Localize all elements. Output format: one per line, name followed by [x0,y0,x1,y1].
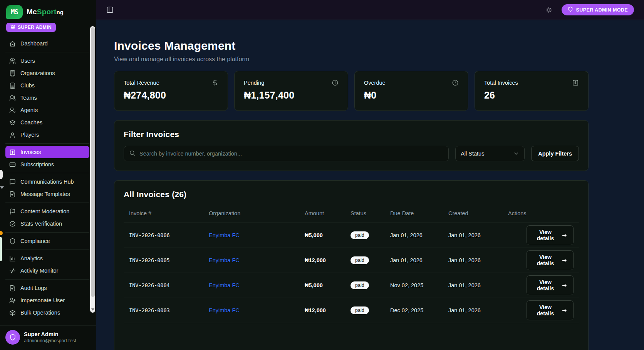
status-filter-select[interactable]: All Status [455,146,525,161]
user-icon [9,132,16,138]
receipt-icon [572,79,579,86]
graduation-cap-icon [9,119,16,126]
sidebar-item-subscriptions[interactable]: Subscriptions [5,158,89,171]
sidebar: MS McSportng SUPER ADMIN DashboardUsersO… [0,0,96,350]
sidebar-item-message-templates[interactable]: Message Templates [5,188,89,200]
edge-artifact-panel [0,170,3,179]
chevron-down-icon [513,151,519,157]
theme-toggle-button[interactable] [545,7,552,13]
stat-label: Total Revenue [124,80,159,86]
sidebar-item-organizations[interactable]: Organizations [5,67,89,79]
credit-card-icon [9,161,16,168]
sidebar-item-label: Activity Monitor [20,268,58,274]
sidebar-item-dashboard[interactable]: Dashboard [5,37,89,50]
sidebar-toggle-button[interactable] [106,6,114,13]
column-header-status: Status [351,210,390,216]
sidebar-user[interactable]: Super Admin adminuno@mcsport.test [0,325,96,350]
sidebar-item-label: Organizations [20,70,55,76]
view-details-button[interactable]: View details [527,250,574,270]
search-icon [129,150,136,156]
status-badge: paid [351,281,369,289]
flag-icon [9,208,16,215]
sidebar-item-clubs[interactable]: Clubs [5,79,89,92]
sidebar-item-teams[interactable]: Teams [5,92,89,104]
invoice-row: INV-2026-0006Enyimba FC₦5,000paidJan 01,… [124,223,579,248]
sidebar-item-agents[interactable]: Agents [5,104,89,116]
invoice-row: INV-2026-0003Enyimba FC₦12,000paidDec 02… [124,298,579,323]
sidebar-item-coaches[interactable]: Coaches [5,116,89,129]
file-search-icon [9,285,16,291]
edge-artifact-mint-block [0,237,2,261]
sidebar-item-players[interactable]: Players [5,129,89,141]
organization-link[interactable]: Enyimba FC [209,282,240,288]
column-header-invoice: Invoice # [129,210,209,216]
stat-card-overdue: Overdue₦0 [354,71,468,111]
filter-panel-title: Filter Invoices [124,130,579,139]
stat-card-total-revenue: Total Revenue₦274,800 [114,71,228,111]
invoices-table-header: Invoice #OrganizationAmountStatusDue Dat… [124,204,579,223]
sidebar-item-label: Dashboard [20,40,48,47]
sidebar-scrollbar-thumb[interactable] [91,27,95,297]
chevron-down-icon-wrap [513,151,519,157]
building-icon [9,70,16,77]
view-details-button[interactable]: View details [527,300,574,320]
message-square-icon [9,179,16,185]
sidebar-item-label: Analytics [20,255,43,261]
stat-value: 26 [484,90,579,101]
stat-card-total-invoices: Total Invoices26 [475,71,589,111]
invoice-number: INV-2026-0006 [129,232,209,238]
sidebar-scrollbar[interactable] [90,26,95,313]
sidebar-item-label: Players [20,132,39,138]
organization-link[interactable]: Enyimba FC [209,257,240,263]
invoice-due-date: Dec 02, 2025 [390,307,448,313]
sidebar-item-label: Coaches [20,119,42,126]
sidebar-item-compliance[interactable]: Compliance [5,235,89,247]
home-icon [9,40,16,47]
invoice-due-date: Jan 01, 2026 [390,257,448,263]
sidebar-header: MS McSportng SUPER ADMIN [0,0,96,34]
sidebar-divider [5,203,89,203]
sidebar-item-impersonate-user[interactable]: Impersonate User [5,294,89,306]
status-badge: paid [351,231,369,239]
invoices-panel-title: All Invoices (26) [124,190,579,199]
sidebar-item-bulk-operations[interactable]: Bulk Operations [5,306,89,319]
invoice-due-date: Nov 02, 2025 [390,282,448,288]
topbar-right: SUPER ADMIN MODE [545,4,634,15]
organization-link[interactable]: Enyimba FC [209,307,240,313]
content-scroll-area: Invoices Management View and manage all … [96,20,644,350]
view-details-button[interactable]: View details [527,225,574,245]
sidebar-item-analytics[interactable]: Analytics [5,252,89,265]
arrow-right-icon [562,258,567,263]
user-plus-icon [9,297,16,304]
sidebar-item-stats-verification[interactable]: Stats Verification [5,218,89,230]
organization-link[interactable]: Enyimba FC [209,232,240,238]
crown-icon [10,24,15,29]
user-name: Super Admin [24,331,76,337]
brand[interactable]: MS McSportng [6,5,90,19]
agent-icon [9,107,16,114]
scrollbar-down-arrow[interactable] [91,308,94,311]
crown-icon-wrap [10,24,15,30]
apply-filters-button[interactable]: Apply Filters [531,146,579,161]
brand-monogram: MS [11,8,18,16]
sidebar-item-users[interactable]: Users [5,55,89,67]
super-admin-mode-badge[interactable]: SUPER ADMIN MODE [562,4,634,15]
sidebar-item-label: Bulk Operations [20,310,60,316]
sidebar-item-label: Audit Logs [20,285,47,291]
invoices-table-body: INV-2026-0006Enyimba FC₦5,000paidJan 01,… [124,223,579,323]
invoice-row: INV-2026-0005Enyimba FC₦12,000paidJan 01… [124,248,579,273]
status-badge: paid [351,306,369,314]
search-input[interactable] [139,151,443,157]
sidebar-item-communications-hub[interactable]: Communications Hub [5,176,89,188]
topbar: SUPER ADMIN MODE [96,0,644,20]
sidebar-item-audit-logs[interactable]: Audit Logs [5,282,89,294]
sidebar-item-invoices[interactable]: Invoices [5,146,89,158]
invoice-number: INV-2026-0005 [129,257,209,263]
sidebar-item-content-moderation[interactable]: Content Moderation [5,205,89,218]
users-icon [9,58,16,64]
sidebar-divider [5,143,89,144]
column-header-amount: Amount [305,210,351,216]
brand-logo: MS [6,5,23,19]
sidebar-item-activity-monitor[interactable]: Activity Monitor [5,265,89,277]
view-details-button[interactable]: View details [527,275,574,295]
